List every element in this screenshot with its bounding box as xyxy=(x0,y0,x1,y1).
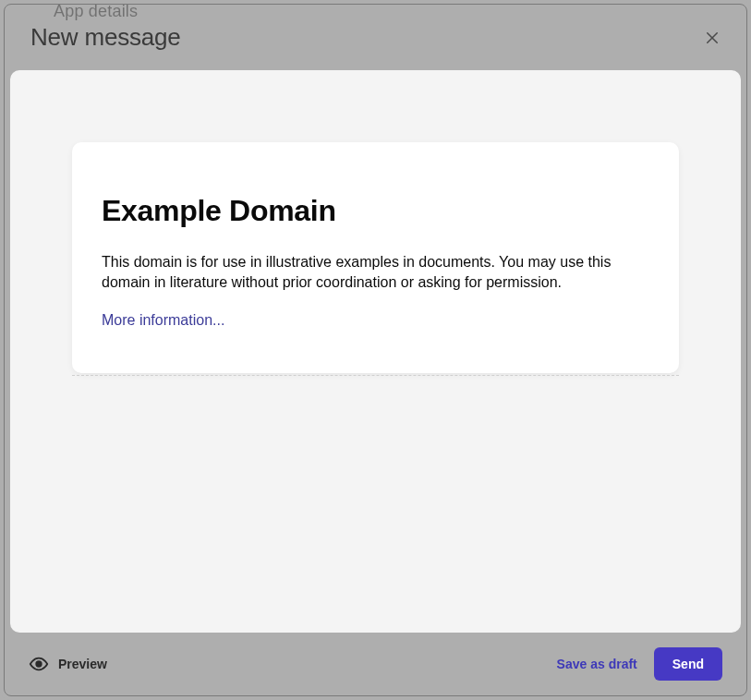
card-heading: Example Domain xyxy=(102,194,649,228)
modal-footer: Preview Save as draft Send xyxy=(5,633,746,695)
more-information-link[interactable]: More information... xyxy=(102,312,224,328)
save-as-draft-button[interactable]: Save as draft xyxy=(557,657,637,671)
new-message-modal: New message Example Domain This domain i… xyxy=(4,4,747,696)
close-icon[interactable] xyxy=(704,30,721,46)
card-body-text: This domain is for use in illustrative e… xyxy=(102,252,649,294)
preview-label: Preview xyxy=(58,657,107,671)
message-preview-panel: Example Domain This domain is for use in… xyxy=(10,70,741,633)
svg-point-2 xyxy=(36,661,42,667)
preview-button[interactable]: Preview xyxy=(29,654,107,674)
card-divider xyxy=(72,375,679,376)
send-button[interactable]: Send xyxy=(654,647,722,681)
eye-icon xyxy=(29,654,49,674)
background-page-title: App details xyxy=(54,2,138,21)
example-domain-card: Example Domain This domain is for use in… xyxy=(72,142,679,373)
modal-title: New message xyxy=(30,23,181,52)
